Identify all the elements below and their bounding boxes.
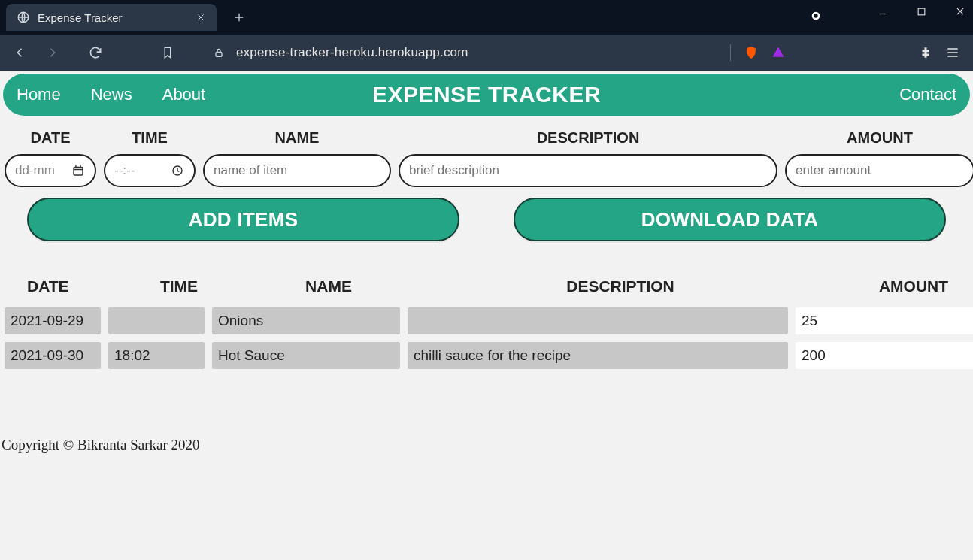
- name-field[interactable]: [214, 163, 380, 178]
- footer-text: Copyright © Bikranta Sarkar 2020: [0, 369, 973, 453]
- minimize-button[interactable]: [874, 3, 890, 20]
- add-items-button[interactable]: ADD ITEMS: [27, 198, 459, 241]
- calendar-icon[interactable]: [71, 163, 86, 178]
- time-placeholder: --:--: [114, 163, 170, 178]
- time-input[interactable]: --:--: [104, 154, 196, 187]
- new-tab-button[interactable]: [229, 7, 250, 28]
- tab-strip: Expense Tracker: [0, 0, 973, 35]
- label-time: TIME: [104, 129, 196, 147]
- description-input[interactable]: [399, 154, 777, 187]
- svg-rect-3: [918, 8, 925, 15]
- back-button[interactable]: [12, 44, 29, 61]
- cell-amount: 25: [796, 307, 973, 334]
- address-bar[interactable]: expense-tracker-heroku.herokuapp.com: [212, 45, 715, 60]
- forward-button[interactable]: [44, 44, 60, 61]
- cell-date: 2021-09-30: [5, 342, 101, 369]
- rewards-icon[interactable]: [809, 9, 823, 23]
- amount-input[interactable]: [785, 154, 973, 187]
- actions: ADD ITEMS DOWNLOAD DATA: [0, 193, 973, 247]
- tab-title: Expense Tracker: [38, 11, 188, 24]
- navbar: Home News About EXPENSE TRACKER Contact: [3, 74, 970, 116]
- nav-contact[interactable]: Contact: [899, 85, 956, 104]
- cell-name: Onions: [212, 307, 400, 334]
- brave-shield-icon[interactable]: [743, 44, 759, 61]
- nav-news[interactable]: News: [91, 85, 132, 104]
- th-description: DESCRIPTION: [430, 277, 811, 295]
- window-controls: [874, 3, 968, 20]
- cell-time: [108, 307, 205, 334]
- page-title: EXPENSE TRACKER: [372, 82, 601, 107]
- maximize-button[interactable]: [913, 3, 929, 20]
- globe-icon: [17, 11, 30, 24]
- label-description: DESCRIPTION: [399, 129, 777, 147]
- page: Home News About EXPENSE TRACKER Contact …: [0, 74, 973, 453]
- table-header: DATE TIME NAME DESCRIPTION AMOUNT: [5, 277, 968, 300]
- amount-field[interactable]: [796, 163, 964, 178]
- cell-description: [408, 307, 788, 334]
- cell-amount: 200: [796, 342, 973, 369]
- table-row: 2021-09-29 Onions 25: [5, 307, 968, 334]
- close-window-button[interactable]: [952, 3, 968, 20]
- cell-time: 18:02: [108, 342, 205, 369]
- cell-name: Hot Sauce: [212, 342, 400, 369]
- cell-description: chilli sauce for the recipe: [408, 342, 788, 369]
- label-date: DATE: [5, 129, 96, 147]
- th-time: TIME: [131, 277, 227, 295]
- separator: [730, 44, 731, 61]
- brave-wallet-icon[interactable]: [770, 44, 787, 61]
- cell-date: 2021-09-29: [5, 307, 101, 334]
- menu-icon[interactable]: [944, 44, 961, 61]
- form-row: DATE dd-mm TIME --:-- NAME: [0, 116, 973, 193]
- clock-icon[interactable]: [170, 163, 185, 178]
- url-text: expense-tracker-heroku.herokuapp.com: [236, 45, 468, 60]
- svg-rect-6: [74, 168, 83, 176]
- bookmark-icon[interactable]: [159, 44, 176, 61]
- nav-home[interactable]: Home: [17, 85, 61, 104]
- svg-marker-5: [773, 47, 784, 57]
- svg-point-2: [814, 14, 817, 17]
- label-name: NAME: [203, 129, 391, 147]
- th-name: NAME: [235, 277, 423, 295]
- date-placeholder: dd-mm: [15, 163, 71, 178]
- browser-toolbar: expense-tracker-heroku.herokuapp.com: [0, 35, 973, 71]
- name-input[interactable]: [203, 154, 391, 187]
- description-field[interactable]: [409, 163, 767, 178]
- reload-button[interactable]: [87, 44, 104, 61]
- browser-tab[interactable]: Expense Tracker: [6, 4, 217, 31]
- table-row: 2021-09-30 18:02 Hot Sauce chilli sauce …: [5, 342, 968, 369]
- nav-left: Home News About: [17, 85, 205, 104]
- extensions-icon[interactable]: [917, 44, 934, 61]
- download-data-button[interactable]: DOWNLOAD DATA: [514, 198, 946, 241]
- date-input[interactable]: dd-mm: [5, 154, 96, 187]
- close-icon[interactable]: [196, 12, 206, 23]
- th-date: DATE: [27, 277, 123, 295]
- th-amount: AMOUNT: [818, 277, 973, 295]
- data-table: DATE TIME NAME DESCRIPTION AMOUNT 2021-0…: [0, 247, 973, 369]
- lock-icon: [212, 46, 226, 59]
- browser-chrome: Expense Tracker: [0, 0, 973, 71]
- label-amount: AMOUNT: [785, 129, 973, 147]
- svg-rect-4: [216, 52, 222, 56]
- toolbar-right: [730, 44, 961, 61]
- nav-about[interactable]: About: [162, 85, 206, 104]
